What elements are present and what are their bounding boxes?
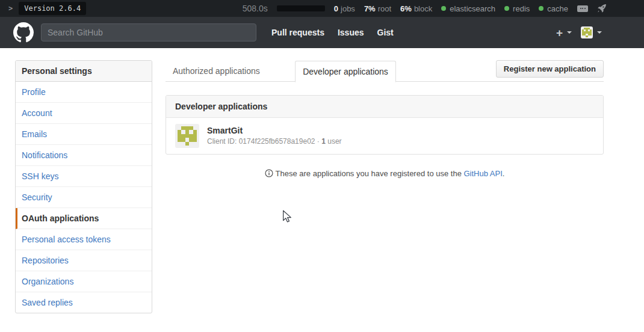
header-nav: Pull requests Issues Gist (271, 28, 394, 37)
search-input[interactable] (41, 23, 256, 42)
service-elasticsearch: elasticsearch (441, 4, 495, 13)
sidebar-item-ssh-keys[interactable]: SSH keys (16, 166, 152, 187)
metric-value: 0 (334, 4, 338, 13)
sidebar-item-organizations[interactable]: Organizations (16, 271, 152, 292)
metric-jobs: 0 jobs (334, 4, 355, 13)
service-label: cache (547, 4, 568, 13)
tab-authorized-applications[interactable]: Authorized applications (166, 61, 267, 81)
nav-pull-requests[interactable]: Pull requests (271, 28, 324, 37)
service-label: elasticsearch (450, 4, 495, 13)
service-redis: redis (504, 4, 530, 13)
sidebar-item-repositories[interactable]: Repositories (16, 250, 152, 271)
nav-issues[interactable]: Issues (338, 28, 364, 37)
metric-root: 7% root (364, 4, 391, 13)
client-id: Client ID: 0174f225fb6578a19e02 (207, 137, 315, 146)
status-ok-icon (504, 6, 509, 11)
github-api-link[interactable]: GitHub API (463, 169, 502, 178)
sidebar-item-emails[interactable]: Emails (16, 124, 152, 145)
keyboard-shortcuts-icon[interactable] (577, 5, 588, 12)
users-label: user (327, 137, 341, 146)
metric-label: block (414, 4, 432, 13)
register-new-application-button[interactable]: Register new application (496, 60, 604, 78)
developer-applications-panel: Developer applications SmartGit Client I… (166, 95, 604, 155)
service-label: redis (513, 4, 530, 13)
meta-separator: · (317, 137, 320, 146)
main-content: Authorized applications Developer applic… (166, 60, 604, 179)
chevron-right-icon[interactable]: > (8, 4, 13, 13)
sidebar-title: Personal settings (16, 61, 152, 82)
note-suffix: . (503, 169, 505, 178)
progress-bar (277, 5, 325, 11)
application-list-item: SmartGit Client ID: 0174f225fb6578a19e02… (166, 118, 603, 154)
metric-label: jobs (341, 4, 355, 13)
user-avatar[interactable] (581, 26, 593, 38)
sidebar-item-profile[interactable]: Profile (16, 82, 152, 103)
metric-value: 7% (364, 4, 376, 13)
note-text: These are applications you have register… (276, 169, 464, 178)
app-meta: Client ID: 0174f225fb6578a19e02 · 1 user (207, 137, 342, 146)
status-metrics: 508.0s 0 jobs 7% root 6% block elasticse… (243, 4, 644, 13)
status-ok-icon (539, 6, 543, 11)
app-identicon (175, 124, 199, 148)
metric-value: 6% (400, 4, 412, 13)
sidebar-item-personal-access-tokens[interactable]: Personal access tokens (16, 229, 152, 250)
service-cache: cache (539, 4, 568, 13)
users-count: 1 (321, 137, 326, 146)
sidebar-item-account[interactable]: Account (16, 103, 152, 124)
metric-label: root (378, 4, 391, 13)
panel-title: Developer applications (166, 96, 603, 118)
sidebar-item-notifications[interactable]: Notifications (16, 145, 152, 166)
settings-sidebar: Personal settings Profile Account Emails… (15, 60, 152, 313)
chevron-down-icon[interactable] (567, 31, 572, 34)
sidebar-item-oauth-applications[interactable]: OAuth applications (16, 208, 152, 229)
elapsed-time: 508.0s (243, 4, 268, 13)
chevron-down-icon[interactable] (597, 31, 602, 34)
api-note: These are applications you have register… (166, 169, 604, 179)
info-icon (265, 169, 273, 179)
sidebar-item-security[interactable]: Security (16, 187, 152, 208)
version-badge: Version 2.6.4 (19, 2, 86, 15)
nav-gist[interactable]: Gist (377, 28, 394, 37)
new-dropdown-button[interactable]: + (556, 27, 563, 38)
mouse-cursor (282, 210, 292, 223)
github-logo-icon[interactable] (13, 22, 34, 43)
status-bar: > Version 2.6.4 508.0s 0 jobs 7% root 6%… (0, 0, 644, 17)
tab-developer-applications[interactable]: Developer applications (295, 61, 396, 82)
rocket-icon[interactable] (597, 4, 607, 13)
sidebar-item-saved-replies[interactable]: Saved replies (16, 292, 152, 313)
header-right: + (556, 26, 644, 38)
status-ok-icon (441, 6, 446, 11)
metric-block: 6% block (400, 4, 432, 13)
github-header: Pull requests Issues Gist + (0, 17, 644, 48)
applications-tabs: Authorized applications Developer applic… (166, 60, 604, 82)
app-name-link[interactable]: SmartGit (207, 126, 342, 135)
